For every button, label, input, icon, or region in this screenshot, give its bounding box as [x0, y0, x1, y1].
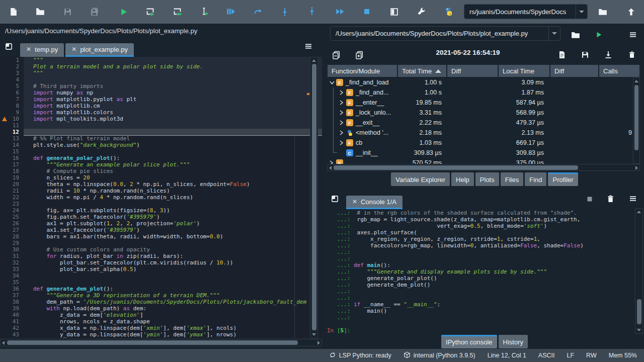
- profiler-row[interactable]: F_lock_unlo...3.31 ms568.99 µs: [327, 108, 640, 118]
- profiler-browse-icon[interactable]: [567, 26, 585, 44]
- pane-icon[interactable]: [327, 191, 342, 206]
- debug-step-into-icon[interactable]: [276, 3, 294, 21]
- chevron-down-icon[interactable]: [329, 79, 335, 86]
- chevron-right-icon[interactable]: [329, 160, 334, 164]
- editor-breadcrumb: /Users/juanis/Documents/SpyderDocs/Plots…: [0, 24, 322, 38]
- console-vscrollbar[interactable]: [635, 208, 643, 334]
- profiler-run-icon[interactable]: [590, 26, 608, 44]
- profiler-row[interactable]: F_find_and_load1.00 s3.09 ms: [327, 77, 640, 87]
- profiler-output-icon[interactable]: [553, 46, 571, 64]
- save-icon[interactable]: [58, 3, 76, 21]
- column-header-function-module[interactable]: Function/Module: [327, 64, 397, 77]
- column-header-diff[interactable]: Diff: [447, 64, 498, 77]
- editor-options-hamburger-icon[interactable]: [301, 39, 316, 54]
- code-line: 42 x_data = np.linspace(dem['xmin'], dem…: [0, 325, 322, 331]
- pane-tab-profiler[interactable]: Profiler: [548, 172, 578, 186]
- profiler-row[interactable]: F_find_and...1.00 s1.87 ms: [327, 87, 640, 98]
- column-header-total-time[interactable]: Total Time: [397, 64, 447, 77]
- collapse-all-icon[interactable]: [327, 46, 345, 64]
- console-stop-icon[interactable]: [583, 192, 597, 206]
- console-line: ...: generate_dem_plot(): [325, 282, 644, 288]
- code-line: 9import matplotlib.colors: [0, 109, 322, 116]
- profiler-file-combo[interactable]: /Users/juanis/Documents/SpyderDocs/Plots…: [330, 26, 560, 41]
- save-profile-icon[interactable]: [576, 46, 594, 64]
- profiler-row[interactable]: F__enter__19.85 ms587.94 µs: [327, 98, 640, 108]
- profiler-row[interactable]: C__init__309.83 µs309.83 µs: [327, 148, 640, 158]
- profiler-row[interactable]: F__exit__2.22 ms479.37 µs: [327, 118, 640, 128]
- chevron-right-icon[interactable]: [339, 120, 344, 127]
- profiler-row[interactable]: Fcb1.03 ms669.17 µs: [327, 138, 640, 148]
- console-pane-tab-history[interactable]: History: [499, 335, 528, 348]
- chevron-down-icon[interactable]: [576, 5, 587, 19]
- open-file-icon[interactable]: [31, 3, 49, 21]
- profiler-vscrollbar[interactable]: [633, 77, 640, 164]
- editor-hscrollbar[interactable]: [0, 339, 322, 346]
- code-line: 1""": [0, 57, 322, 63]
- chevron-right-icon[interactable]: [339, 100, 344, 107]
- profiler-table-header[interactable]: Function/ModuleTotal TimeDiffLocal TimeD…: [327, 64, 640, 77]
- pane-tab-variable-explorer[interactable]: Variable Explorer: [391, 172, 450, 186]
- pane-icon[interactable]: [1, 39, 16, 54]
- chevron-down-icon[interactable]: [548, 27, 560, 40]
- code-line: 34: [0, 273, 322, 279]
- editor-vscroll-handle[interactable]: [312, 64, 316, 330]
- browse-working-dir-icon[interactable]: [594, 3, 612, 21]
- profiler-table[interactable]: F_find_and_load1.00 s3.09 msF_find_and..…: [327, 77, 640, 164]
- console-pane-tab-ipython-console[interactable]: IPython console: [441, 335, 497, 348]
- status-bar: LSP Python: ready internal (Python 3.9.5…: [0, 349, 644, 362]
- maximize-pane-icon[interactable]: [385, 3, 403, 21]
- run-icon[interactable]: [114, 3, 132, 21]
- working-directory-value: rs/juanis/Documents/SpyderDocs: [464, 8, 576, 16]
- close-icon[interactable]: ✕: [26, 46, 31, 53]
- python-path-icon[interactable]: [440, 3, 458, 21]
- chevron-right-icon[interactable]: [339, 89, 344, 97]
- chevron-right-icon[interactable]: [339, 140, 344, 147]
- save-all-icon[interactable]: [86, 3, 104, 21]
- profiler-row[interactable]: F570.52 ms375.00 µs: [327, 158, 640, 164]
- column-header-local-time[interactable]: Local Time: [498, 64, 550, 77]
- profiler-row[interactable]: <method '...2.18 ms2.13 ms9: [327, 128, 640, 138]
- profiler-vscroll-handle[interactable]: [634, 85, 638, 150]
- code-editor[interactable]: 1"""2Plot a terrain model and a polar pl…: [0, 57, 322, 338]
- function-icon: F: [346, 99, 353, 106]
- console-trash-icon[interactable]: [603, 192, 617, 206]
- console-vscroll-handle[interactable]: [637, 299, 641, 324]
- pane-tab-find[interactable]: Find: [525, 172, 546, 186]
- debug-step-out-icon[interactable]: [303, 3, 321, 21]
- pane-tab-plots[interactable]: Plots: [475, 172, 499, 186]
- debug-stop-icon[interactable]: [358, 3, 376, 21]
- profiler-hscroll-handle[interactable]: [334, 165, 578, 170]
- profiler-hscrollbar[interactable]: [327, 164, 640, 171]
- expand-all-icon[interactable]: [350, 46, 368, 64]
- editor-vscrollbar[interactable]: [310, 57, 318, 338]
- run-cell-advance-icon[interactable]: [168, 3, 186, 21]
- editor-hscroll-handle[interactable]: [7, 340, 298, 345]
- ipython-console[interactable]: ...: # in the rgb colors of the shaded s…: [325, 208, 644, 334]
- console-tab[interactable]: ✕Console 1/A: [346, 196, 403, 209]
- load-profile-icon[interactable]: [599, 46, 617, 64]
- debug-continue-icon[interactable]: [331, 3, 349, 21]
- parent-dir-icon[interactable]: [622, 3, 640, 21]
- run-selection-icon[interactable]: [195, 3, 213, 21]
- debug-file-icon[interactable]: [221, 3, 239, 21]
- new-file-icon[interactable]: [4, 3, 22, 21]
- close-icon[interactable]: ✕: [352, 198, 357, 205]
- run-cell-icon[interactable]: [141, 3, 159, 21]
- editor-tab[interactable]: ✕plot_example.py: [65, 43, 134, 57]
- cursor-position: Line 12, Col 1: [488, 352, 526, 359]
- pane-tab-files[interactable]: Files: [501, 172, 523, 186]
- memory-status: Mem 55%: [609, 352, 637, 359]
- close-icon[interactable]: ✕: [71, 46, 76, 53]
- pane-tab-help[interactable]: Help: [451, 172, 474, 186]
- working-directory-combo[interactable]: rs/juanis/Documents/SpyderDocs: [464, 4, 588, 19]
- chevron-right-icon[interactable]: [339, 110, 344, 117]
- column-header-calls[interactable]: Calls: [599, 64, 640, 77]
- clear-profile-trash-icon[interactable]: [623, 46, 641, 64]
- profiler-options-hamburger-icon[interactable]: [624, 26, 642, 44]
- column-header-diff[interactable]: Diff: [550, 64, 599, 77]
- chevron-right-icon[interactable]: [339, 130, 344, 137]
- console-options-hamburger-icon[interactable]: [626, 192, 640, 206]
- preferences-icon[interactable]: [412, 3, 430, 21]
- editor-tab[interactable]: ✕temp.py: [20, 43, 64, 57]
- debug-step-over-icon[interactable]: [249, 3, 267, 21]
